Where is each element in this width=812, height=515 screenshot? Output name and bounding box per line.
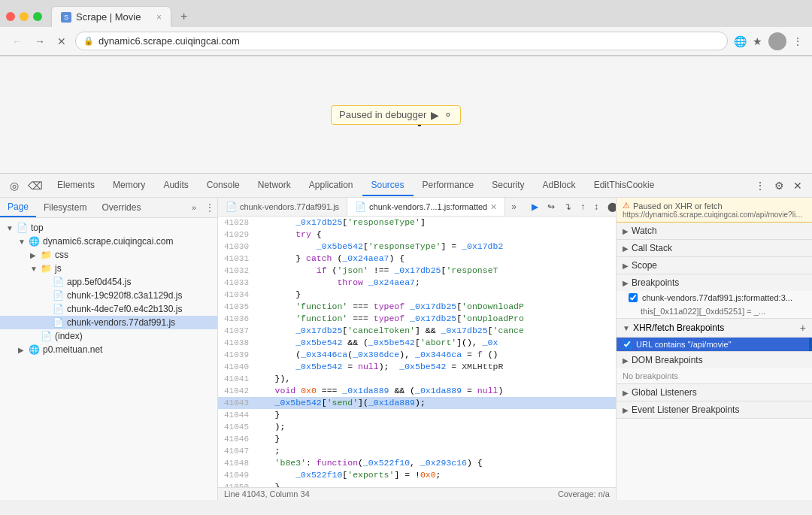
resume-button[interactable]: ▶ [431, 109, 439, 121]
tree-item-chunkvendors[interactable]: 📄 chunk-vendors.77daf991.js [0, 316, 217, 329]
forward-button[interactable]: → [32, 34, 48, 49]
tree-item-p0[interactable]: ▶ 🌐 p0.meituan.net [0, 343, 217, 356]
tab-performance[interactable]: Performance [414, 175, 483, 196]
tree-label-index: (index) [55, 331, 83, 341]
step-debug-button[interactable]: ↕ [591, 200, 601, 214]
address-text: dynamic6.scrape.cuiqingcai.com [98, 35, 240, 47]
event-listeners-header[interactable]: ▶ Event Listener Breakpoints [617, 401, 812, 418]
global-listeners-header[interactable]: ▶ Global Listeners [617, 384, 812, 401]
code-line-41038: 41038 _0x5be542 && (_0x5be542['abort']()… [218, 337, 616, 349]
xhr-header[interactable]: ▼ XHR/fetch Breakpoints + [617, 319, 812, 338]
devtools-body: Page Filesystem Overrides » ⋮ ▼ 📄 top ▼ … [0, 198, 812, 500]
tab-elements[interactable]: Elements [48, 175, 104, 196]
scope-header[interactable]: ▶ Scope [617, 257, 812, 274]
tree-label-domain: dynamic6.scrape.cuiqingcai.com [43, 236, 173, 247]
deactivate-bp-button[interactable]: ⬤ [604, 200, 616, 214]
code-line-41045: 41045 ); [218, 421, 616, 433]
event-listeners-arrow: ▶ [623, 406, 629, 414]
watch-title: Watch [632, 226, 806, 236]
dom-bp-title: DOM Breakpoints [632, 355, 806, 365]
status-coverage: Coverage: n/a [558, 489, 610, 498]
tab-audits[interactable]: Audits [154, 175, 197, 196]
tree-item-css[interactable]: ▶ 📁 css [0, 248, 217, 262]
translate-button[interactable]: 🌐 [734, 35, 747, 47]
tree-label-chunkv: chunk-vendors.77daf991.js [67, 317, 175, 328]
more-tools-button[interactable]: ⋮ [751, 178, 769, 193]
xhr-add-button[interactable]: + [800, 322, 806, 334]
tab-editthiscookie[interactable]: EditThisCookie [585, 175, 664, 196]
tree-item-chunk19[interactable]: 📄 chunk-19c920f8.c3a1129d.js [0, 289, 217, 302]
lp-tab-filesystem[interactable]: Filesystem [36, 198, 94, 217]
call-stack-arrow: ▶ [623, 244, 629, 253]
tree-item-index[interactable]: 📄 (index) [0, 329, 217, 343]
right-panel: ⚠ Paused on XHR or fetch https://dynamic… [617, 198, 812, 500]
tree-arrow-css: ▶ [30, 251, 38, 259]
tab-application[interactable]: Application [300, 175, 362, 196]
back-button[interactable]: ← [9, 34, 26, 49]
event-listeners-title: Event Listener Breakpoints [632, 404, 806, 415]
tree-item-chunk4[interactable]: 📄 chunk-4dec7ef0.e4c2b130.js [0, 302, 217, 316]
tree-arrow-domain: ▼ [18, 238, 26, 246]
tab-adblock[interactable]: AdBlock [534, 175, 585, 196]
step-into-debug-button[interactable]: ↴ [561, 200, 574, 214]
bp-text-1: chunk-vendors.77daf991.js:formatted:3... [642, 293, 792, 302]
tree-item-app[interactable]: 📄 app.5ef0d454.js [0, 275, 217, 289]
editor-tab-close-button[interactable]: ✕ [490, 202, 497, 212]
xhr-label-1: URL contains "/api/movie" [636, 340, 806, 349]
user-avatar[interactable] [768, 32, 786, 50]
settings-button[interactable]: ⚙ [771, 178, 788, 193]
new-tab-button[interactable]: + [174, 7, 193, 26]
lp-tab-overrides[interactable]: Overrides [94, 198, 148, 217]
tree-item-domain[interactable]: ▼ 🌐 dynamic6.scrape.cuiqingcai.com [0, 235, 217, 248]
tab-sources[interactable]: Sources [362, 175, 414, 196]
bookmark-button[interactable]: ★ [753, 35, 762, 47]
bp-checkbox-1[interactable] [629, 293, 638, 302]
call-stack-header[interactable]: ▶ Call Stack [617, 240, 812, 256]
inspect-element-button[interactable]: ◎ [6, 178, 23, 193]
code-line-41041: 41041 }), [218, 373, 616, 385]
reload-button[interactable]: ✕ [54, 34, 69, 49]
breakpoints-section: ▶ Breakpoints chunk-vendors.77daf991.js:… [617, 274, 812, 319]
device-toolbar-button[interactable]: ⌫ [24, 178, 47, 193]
code-line-41033: 41033 throw _0x24aea7; [218, 277, 616, 289]
tree-label-css: css [55, 250, 68, 260]
bp-item-1: chunk-vendors.77daf991.js:formatted:3... [617, 291, 812, 304]
close-window-button[interactable] [6, 12, 15, 21]
tree-label-chunk4: chunk-4dec7ef0.e4c2b130.js [67, 304, 182, 314]
tree-item-top[interactable]: ▼ 📄 top [0, 221, 217, 235]
tab-close-button[interactable]: × [156, 12, 162, 23]
global-listeners-title: Global Listeners [632, 387, 806, 398]
step-over-button[interactable]: ⚬ [444, 109, 453, 121]
lp-tab-more-button[interactable]: » [186, 200, 202, 215]
menu-button[interactable]: ⋮ [792, 35, 803, 47]
dom-bp-header[interactable]: ▶ DOM Breakpoints [617, 352, 812, 368]
tab-network[interactable]: Network [249, 175, 300, 196]
minimize-window-button[interactable] [20, 12, 29, 21]
global-listeners-arrow: ▶ [623, 389, 629, 397]
lp-tab-page[interactable]: Page [0, 198, 36, 217]
editor-tab-formatted[interactable]: 📄 chunk-vendors.7...1.js:formatted ✕ [347, 198, 505, 216]
editor-tab-raw[interactable]: 📄 chunk-vendors.77daf991.js [218, 198, 347, 216]
tab-console[interactable]: Console [198, 175, 249, 196]
scope-section: ▶ Scope [617, 257, 812, 274]
address-input[interactable]: 🔒 dynamic6.scrape.cuiqingcai.com [75, 32, 728, 50]
tree-arrow-top: ▼ [6, 224, 14, 232]
browser-tab[interactable]: S Scrape | Movie × [51, 6, 171, 27]
code-line-41029: 41029 try { [218, 229, 616, 241]
code-line-41048: 41048 'b8e3': function(_0x522f10, _0x293… [218, 457, 616, 469]
tab-memory[interactable]: Memory [104, 175, 154, 196]
watch-header[interactable]: ▶ Watch [617, 223, 812, 239]
xhr-checkbox-1[interactable] [623, 340, 632, 349]
code-area[interactable]: 41028 _0x17db25['responseType'] 41029 tr… [218, 217, 616, 487]
editor-tab-more-button[interactable]: » [505, 198, 523, 215]
tree-label-top: top [31, 223, 44, 233]
maximize-window-button[interactable] [33, 12, 42, 21]
step-out-debug-button[interactable]: ↑ [577, 200, 588, 214]
step-over-debug-button[interactable]: ↬ [544, 200, 558, 214]
close-devtools-button[interactable]: ✕ [789, 178, 806, 193]
resume-debug-button[interactable]: ▶ [529, 200, 541, 214]
breakpoints-header[interactable]: ▶ Breakpoints [617, 274, 812, 291]
tree-item-js[interactable]: ▼ 📁 js [0, 262, 217, 275]
tab-security[interactable]: Security [483, 175, 533, 196]
lp-menu-button[interactable]: ⋮ [202, 199, 217, 216]
